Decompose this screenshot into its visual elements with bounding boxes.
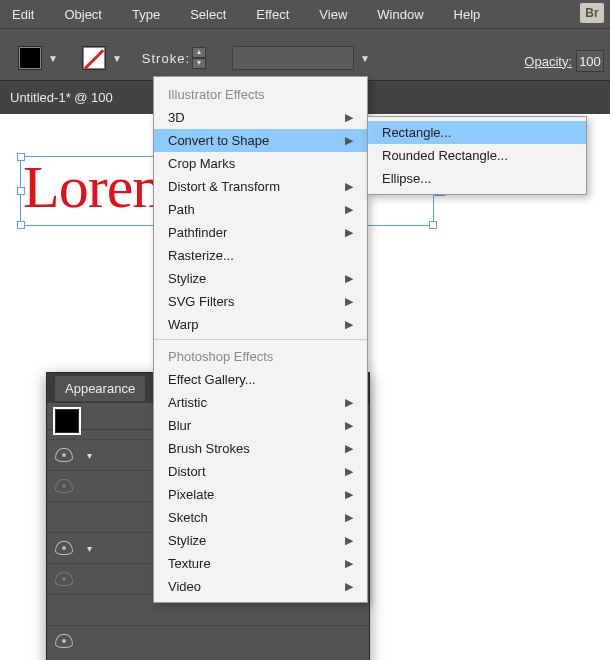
menu-item[interactable]: Crop Marks [154,152,367,175]
menu-item[interactable]: Pixelate▶ [154,483,367,506]
submenu-arrow-icon: ▶ [345,272,353,285]
submenu-arrow-icon: ▶ [345,534,353,547]
submenu-arrow-icon: ▶ [345,111,353,124]
appearance-row[interactable] [47,625,369,656]
fill-swatch-icon [55,409,79,433]
menu-item[interactable]: Warp▶ [154,313,367,336]
menu-item-label: 3D [168,110,185,125]
stroke-swatch[interactable] [82,46,106,70]
menu-item[interactable]: Stylize▶ [154,529,367,552]
menu-item[interactable]: Sketch▶ [154,506,367,529]
chevron-down-icon[interactable]: ▼ [112,53,122,64]
fill-swatch[interactable] [18,46,42,70]
menu-edit[interactable]: Edit [12,7,34,22]
chevron-down-icon[interactable]: ▾ [87,450,92,461]
menu-item[interactable]: Texture▶ [154,552,367,575]
menu-item-label: Crop Marks [168,156,235,171]
menu-item-label: Warp [168,317,199,332]
chevron-down-icon[interactable]: ▾ [87,543,92,554]
eye-icon[interactable] [55,541,73,555]
menu-item-label: Sketch [168,510,208,525]
menu-item[interactable]: Distort & Transform▶ [154,175,367,198]
submenu-arrow-icon: ▶ [345,488,353,501]
submenu-arrow-icon: ▶ [345,511,353,524]
menu-item-label: Rasterize... [168,248,234,263]
submenu-arrow-icon: ▶ [345,318,353,331]
menu-item-label: Distort & Transform [168,179,280,194]
opacity-label[interactable]: Opacity: [524,54,572,69]
eye-icon[interactable] [55,479,73,493]
submenu-arrow-icon: ▶ [345,226,353,239]
submenu-arrow-icon: ▶ [345,419,353,432]
menu-header: Illustrator Effects [154,81,367,106]
menu-item-label: Video [168,579,201,594]
menu-item[interactable]: Ellipse... [368,167,586,190]
submenu-arrow-icon: ▶ [345,465,353,478]
menu-item[interactable]: Video▶ [154,575,367,598]
submenu-arrow-icon: ▶ [345,557,353,570]
selection-handle[interactable] [17,153,25,161]
menu-item[interactable]: Stylize▶ [154,267,367,290]
selection-handle[interactable] [17,221,25,229]
eye-icon[interactable] [55,572,73,586]
options-bar: ▼ ▼ Stroke: ▴▾ ▼ Opacity: 100 [0,28,610,80]
menu-item-label: Stylize [168,533,206,548]
stroke-label: Stroke: [142,51,190,66]
menu-item-label: Effect Gallery... [168,372,256,387]
submenu-arrow-icon: ▶ [345,442,353,455]
effect-menu: Illustrator Effects3D▶Convert to Shape▶C… [153,76,368,603]
submenu-arrow-icon: ▶ [345,203,353,216]
menu-effect[interactable]: Effect [256,7,289,22]
menu-item[interactable]: 3D▶ [154,106,367,129]
menu-item-label: Texture [168,556,211,571]
menu-bar: Edit Object Type Select Effect View Wind… [0,0,610,28]
submenu-arrow-icon: ▶ [345,180,353,193]
menu-item-label: Ellipse... [382,171,431,186]
bridge-button[interactable]: Br [580,3,604,23]
document-tab[interactable]: Untitled-1* @ 100 [10,90,113,105]
menu-item-label: Blur [168,418,191,433]
selection-handle[interactable] [429,221,437,229]
submenu-arrow-icon: ▶ [345,580,353,593]
appearance-tab[interactable]: Appearance [55,376,145,401]
eye-icon[interactable] [55,634,73,648]
menu-item-label: Rectangle... [382,125,451,140]
menu-header: Photoshop Effects [154,343,367,368]
chevron-down-icon[interactable]: ▼ [360,53,370,64]
selection-handle[interactable] [17,187,25,195]
menu-item[interactable]: Effect Gallery... [154,368,367,391]
eye-icon[interactable] [55,448,73,462]
menu-item[interactable]: Rectangle... [368,121,586,144]
menu-item[interactable]: Path▶ [154,198,367,221]
menu-help[interactable]: Help [454,7,481,22]
menu-item[interactable]: Blur▶ [154,414,367,437]
menu-item[interactable]: Rasterize... [154,244,367,267]
submenu-arrow-icon: ▶ [345,134,353,147]
menu-object[interactable]: Object [64,7,102,22]
menu-item-label: SVG Filters [168,294,234,309]
menu-item[interactable]: Distort▶ [154,460,367,483]
menu-type[interactable]: Type [132,7,160,22]
menu-select[interactable]: Select [190,7,226,22]
menu-item-label: Artistic [168,395,207,410]
menu-item-label: Rounded Rectangle... [382,148,508,163]
opacity-value[interactable]: 100 [576,50,604,72]
menu-item-label: Stylize [168,271,206,286]
stroke-weight-stepper[interactable]: ▴▾ [192,47,206,69]
menu-item-label: Pixelate [168,487,214,502]
menu-item[interactable]: SVG Filters▶ [154,290,367,313]
brush-definition-field[interactable] [232,46,354,70]
menu-item[interactable]: Brush Strokes▶ [154,437,367,460]
menu-item-label: Pathfinder [168,225,227,240]
chevron-down-icon[interactable]: ▼ [48,53,58,64]
convert-to-shape-submenu: Rectangle...Rounded Rectangle...Ellipse.… [367,116,587,195]
menu-item[interactable]: Rounded Rectangle... [368,144,586,167]
menu-item[interactable]: Pathfinder▶ [154,221,367,244]
menu-item-label: Convert to Shape [168,133,269,148]
menu-item[interactable]: Convert to Shape▶ [154,129,367,152]
menu-item-label: Path [168,202,195,217]
menu-item[interactable]: Artistic▶ [154,391,367,414]
submenu-arrow-icon: ▶ [345,295,353,308]
menu-window[interactable]: Window [377,7,423,22]
menu-view[interactable]: View [319,7,347,22]
